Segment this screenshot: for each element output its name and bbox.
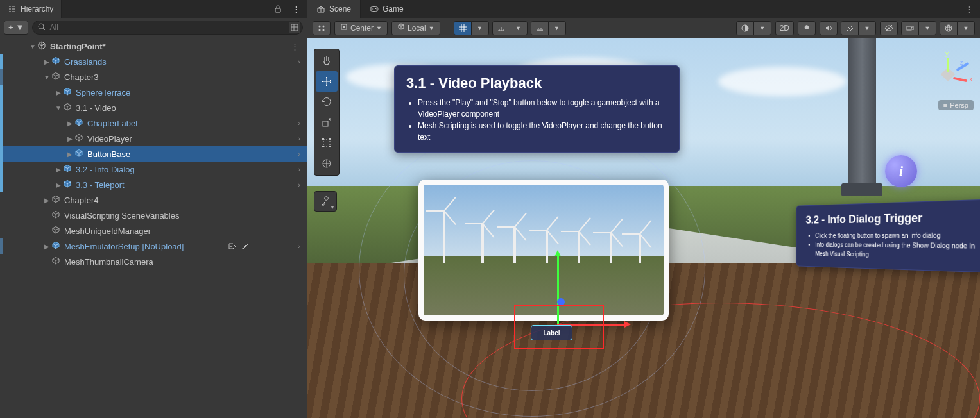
- fold-icon[interactable]: ▶: [65, 151, 74, 158]
- visibility-toggle-button[interactable]: [880, 21, 898, 35]
- prefab-cube-icon: [74, 149, 85, 159]
- scene-root-label: StartingPoint*: [50, 42, 106, 51]
- tab-game[interactable]: Game: [361, 0, 413, 18]
- hierarchy-item-emulator[interactable]: ▶MeshEmulatorSetup [NoUpload]›: [0, 238, 307, 254]
- gizmos-dropdown[interactable]: ▼: [957, 21, 975, 35]
- hierarchy-item-thumbcam[interactable]: MeshThumbnailCamera: [0, 254, 307, 269]
- fold-icon[interactable]: ▶: [42, 243, 51, 250]
- hierarchy-item-chapterlabel[interactable]: ▶ChapterLabel›: [0, 115, 307, 131]
- open-prefab-chevron-icon[interactable]: ›: [298, 135, 300, 142]
- scene-panel-menu-icon[interactable]: ⋮: [965, 4, 974, 14]
- svg-point-9: [319, 29, 321, 31]
- pivot-mode-dropdown[interactable]: Center ▼: [334, 21, 388, 35]
- hierarchy-item-vsvars[interactable]: VisualScripting SceneVariables: [0, 208, 307, 223]
- view-tool-button[interactable]: [316, 51, 338, 71]
- svg-point-17: [945, 27, 952, 29]
- handle-rotation-dropdown[interactable]: Local ▼: [391, 21, 440, 35]
- open-prefab-chevron-icon[interactable]: ›: [298, 150, 300, 158]
- fx-dropdown[interactable]: ▼: [858, 21, 876, 35]
- scene-context-menu-icon[interactable]: ⋮: [291, 42, 299, 51]
- hierarchy-item-sphere[interactable]: ▶SphereTerrace: [0, 85, 307, 100]
- edit-icon: [241, 241, 250, 252]
- transform-tool-button[interactable]: [316, 153, 338, 174]
- create-dropdown[interactable]: + ▼: [4, 21, 28, 35]
- svg-rect-15: [907, 26, 911, 30]
- hierarchy-toolbar: + ▼: [0, 18, 307, 37]
- snap-increment-dropdown[interactable]: ▼: [510, 21, 528, 35]
- hierarchy-tab[interactable]: Hierarchy: [0, 0, 62, 18]
- fold-icon[interactable]: ▶: [65, 120, 74, 127]
- move-tool-button[interactable]: [316, 71, 338, 92]
- rect-tool-button[interactable]: [316, 133, 338, 153]
- prefab-cube-icon: [63, 180, 73, 190]
- open-prefab-chevron-icon[interactable]: ›: [298, 165, 300, 173]
- panel-3-1-bullet-2: Mesh Scripting is used to toggle the Vid…: [418, 120, 667, 143]
- tab-scene[interactable]: Scene: [307, 0, 361, 18]
- gameobject-cube-icon: [51, 195, 62, 205]
- fx-toggle-button[interactable]: [841, 21, 859, 35]
- search-type-button[interactable]: [289, 22, 300, 33]
- prefab-cube-icon: [74, 118, 85, 128]
- hierarchy-item-videoplayer[interactable]: ▶VideoPlayer›: [0, 131, 307, 146]
- pivot-mode-label: Center: [350, 24, 374, 33]
- lighting-toggle-button[interactable]: [798, 21, 816, 35]
- hierarchy-item-infodlg[interactable]: ▶3.2 - Info Dialog›: [0, 162, 307, 177]
- hierarchy-item-label: Grasslands: [64, 57, 107, 67]
- lock-icon[interactable]: [272, 3, 284, 15]
- snap-increment-button[interactable]: [492, 21, 510, 35]
- open-prefab-chevron-icon[interactable]: ›: [298, 58, 300, 65]
- button-base-object[interactable]: Label: [531, 325, 572, 340]
- scene-toolbar: Center ▼ Local ▼ ▼ ▼ ▼: [307, 18, 980, 38]
- hierarchy-item-buttonbase[interactable]: ▶ButtonBase›: [0, 146, 307, 162]
- hierarchy-item-label: 3.1 - Video: [76, 103, 116, 113]
- scene-viewport[interactable]: 3.1 - Video Playback Press the "Play" an…: [307, 38, 980, 418]
- info-dialog-trigger-button[interactable]: i: [885, 155, 917, 187]
- hierarchy-item-chapter3[interactable]: ▼Chapter3: [0, 69, 307, 85]
- fold-icon[interactable]: ▶: [42, 58, 51, 65]
- panel-menu-icon[interactable]: ⋮: [290, 3, 302, 15]
- open-prefab-chevron-icon[interactable]: ›: [298, 119, 300, 127]
- panel-3-2-title: 3.2 - Info Dialog Trigger: [806, 210, 979, 226]
- svg-point-16: [945, 25, 952, 31]
- fold-icon[interactable]: ▼: [54, 104, 63, 112]
- gameobject-cube-icon: [74, 133, 85, 144]
- orientation-gizmo[interactable]: x y z: [927, 54, 968, 95]
- fold-icon[interactable]: ▶: [54, 166, 63, 173]
- tab-scene-label: Scene: [329, 4, 351, 13]
- svg-rect-21: [322, 138, 324, 140]
- grid-snap-button[interactable]: [454, 21, 472, 35]
- fold-icon[interactable]: ▶: [54, 89, 63, 96]
- incremental-snap-button[interactable]: [531, 21, 549, 35]
- incremental-snap-dropdown[interactable]: ▼: [548, 21, 566, 35]
- 2d-toggle-button[interactable]: 2D: [775, 21, 794, 35]
- fold-icon[interactable]: ▶: [65, 135, 74, 142]
- gizmos-button[interactable]: [940, 21, 958, 35]
- hierarchy-item-grasslands[interactable]: ▶Grasslands›: [0, 54, 307, 69]
- fold-icon[interactable]: ▼: [42, 74, 51, 81]
- chevron-down-icon: ▼: [429, 25, 434, 31]
- draw-mode-button[interactable]: [736, 21, 754, 35]
- rotate-tool-button[interactable]: [316, 92, 338, 112]
- camera-projection-button[interactable]: ≡ Persp: [938, 100, 974, 110]
- open-prefab-chevron-icon[interactable]: ›: [298, 242, 300, 250]
- hierarchy-panel: Hierarchy ⋮ + ▼ ▼: [0, 0, 307, 418]
- hierarchy-item-video[interactable]: ▼3.1 - Video: [0, 100, 307, 115]
- handle-rotation-label: Local: [408, 24, 426, 33]
- fold-icon[interactable]: ▶: [54, 181, 63, 188]
- hierarchy-search-input[interactable]: [32, 21, 303, 35]
- open-prefab-chevron-icon[interactable]: ›: [298, 181, 300, 188]
- custom-tools-button[interactable]: ▼: [314, 192, 336, 211]
- grid-snap-dropdown[interactable]: ▼: [471, 21, 489, 35]
- hierarchy-item-teleport[interactable]: ▶3.3 - Teleport›: [0, 177, 307, 192]
- camera-dropdown[interactable]: ▼: [918, 21, 936, 35]
- audio-toggle-button[interactable]: [820, 21, 838, 35]
- fold-icon[interactable]: ▼: [28, 43, 37, 50]
- camera-button[interactable]: [901, 21, 919, 35]
- scale-tool-button[interactable]: [316, 112, 338, 133]
- fold-icon[interactable]: ▶: [42, 197, 51, 204]
- draw-mode-dropdown[interactable]: ▼: [753, 21, 771, 35]
- hierarchy-item-chapter4[interactable]: ▶Chapter4: [0, 192, 307, 208]
- hierarchy-item-uidmgr[interactable]: MeshUniqueIdManager: [0, 223, 307, 238]
- scene-root[interactable]: ▼ StartingPoint* ⋮: [0, 38, 307, 54]
- tool-options-button[interactable]: [313, 21, 331, 35]
